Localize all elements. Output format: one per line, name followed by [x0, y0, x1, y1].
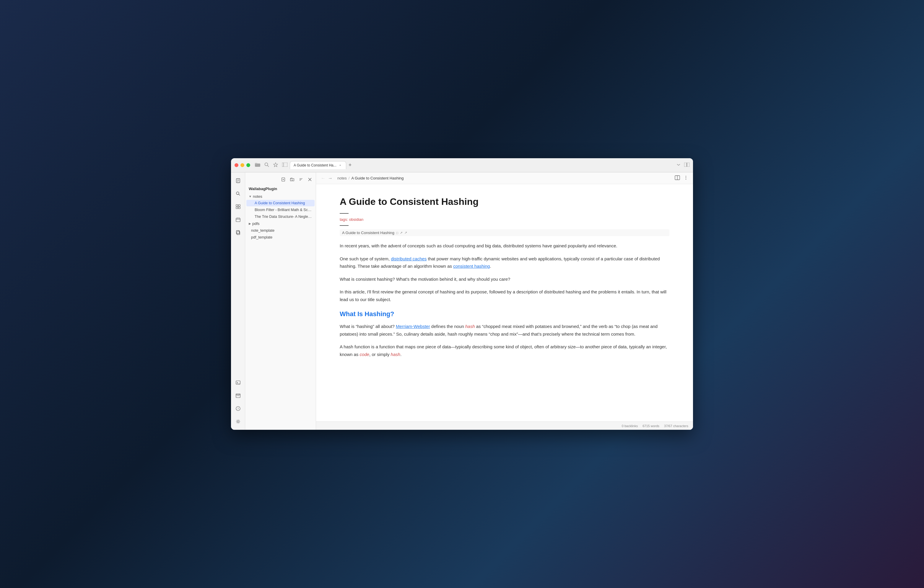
tree-item-guide-hashing[interactable]: A Guide to Consistent Hashing — [246, 200, 315, 206]
content-pane: ← → notes / A Guide to Consistent Hashin… — [316, 172, 693, 430]
link-square-icon[interactable]: □ — [396, 231, 398, 235]
sidebar-icon-grid[interactable] — [233, 201, 243, 212]
window-controls — [234, 163, 250, 167]
tab-label: A Guide to Consistent Ha... — [294, 163, 337, 167]
article-body: In recent years, with the advent of conc… — [340, 242, 669, 358]
new-folder-icon[interactable] — [289, 176, 296, 183]
more-icon[interactable] — [683, 175, 688, 181]
svg-line-14 — [239, 194, 240, 195]
file-tree-header — [245, 175, 316, 185]
distributed-caches-link[interactable]: distributed caches — [391, 256, 427, 261]
p2-text-3: . — [490, 264, 491, 268]
backlinks-count: 0 backlinks — [622, 424, 638, 428]
svg-point-32 — [237, 421, 239, 422]
file-tree: WallabagPlugin ▼ notes A Guide to Consis… — [245, 172, 316, 430]
svg-point-13 — [236, 192, 239, 194]
section-paragraph-1: What is “hashing” all about? Merriam-Web… — [340, 323, 669, 338]
tree-group-pdfs: ▶ pdfs — [245, 221, 316, 227]
minimize-button[interactable] — [241, 163, 244, 167]
article-link-line: A Guide to Consistent Hashing □ ➚ ↗ — [340, 229, 669, 236]
sidebar-icon-help[interactable]: ? — [233, 403, 243, 414]
content-header-right — [675, 175, 688, 181]
reader-icon[interactable] — [675, 175, 680, 181]
app-window: A Guide to Consistent Ha... × + — [231, 158, 693, 430]
main-area: ? WallabagPlugin — [231, 172, 693, 430]
sp2-text-2: , or simply — [369, 352, 391, 357]
status-bar: 0 backlinks 6715 words 37/67 characters — [316, 422, 693, 430]
paragraph-3: What is consistent hashing? What's the m… — [340, 275, 669, 283]
sidebar-icon-calendar[interactable] — [233, 214, 243, 225]
tree-group-notes: ▼ notes A Guide to Consistent Hashing Bl… — [245, 193, 316, 220]
tree-item-note-template[interactable]: note_template — [246, 227, 315, 234]
tags-line: tags: obsidian — [340, 217, 669, 222]
sidebar-icon-terminal[interactable] — [233, 377, 243, 388]
tags-value: obsidian — [349, 217, 363, 222]
back-button[interactable]: ← — [321, 176, 325, 181]
svg-rect-19 — [236, 218, 240, 222]
consistent-hashing-link[interactable]: consistent hashing — [453, 264, 490, 268]
chevron-down-icon[interactable] — [676, 163, 681, 168]
article-scroll[interactable]: A Guide to Consistent Hashing tags: obsi… — [316, 184, 693, 422]
svg-point-2 — [265, 163, 268, 166]
title-bar-icons — [255, 162, 287, 168]
content-header: ← → notes / A Guide to Consistent Hashin… — [316, 172, 693, 184]
svg-rect-7 — [684, 163, 686, 167]
svg-rect-1 — [255, 163, 257, 164]
breadcrumb-root: notes — [337, 176, 347, 180]
svg-point-47 — [686, 179, 686, 179]
columns-icon[interactable] — [684, 163, 690, 168]
svg-rect-15 — [236, 204, 238, 206]
tags-key: tags: — [340, 217, 348, 222]
svg-rect-18 — [238, 207, 240, 209]
code-italic-link[interactable]: code — [360, 352, 370, 357]
tree-item-pdf-template[interactable]: pdf_template — [246, 234, 315, 240]
sp1-text-2: defines the noun — [430, 324, 465, 329]
active-tab[interactable]: A Guide to Consistent Ha... × — [290, 161, 346, 169]
section-paragraph-2: A hash function is a function that maps … — [340, 343, 669, 358]
title-bar: A Guide to Consistent Ha... × + — [231, 158, 693, 172]
article-link-text: A Guide to Consistent Hashing — [342, 231, 394, 235]
close-pane-icon[interactable] — [306, 176, 314, 183]
tab-close-button[interactable]: × — [338, 163, 342, 167]
tree-item-trie[interactable]: The Trie Data Structure- A Neglected... — [246, 213, 315, 220]
sidebar-icons: ? — [231, 172, 245, 430]
svg-rect-17 — [236, 207, 238, 209]
merriam-webster-link[interactable]: Merriam-Webster — [396, 324, 430, 329]
svg-line-3 — [267, 165, 269, 167]
maximize-button[interactable] — [246, 163, 250, 167]
section-title-hashing: What Is Hashing? — [340, 310, 669, 318]
sp1-text-1: What is “hashing” all about? — [340, 324, 396, 329]
folder-icon[interactable] — [255, 162, 260, 168]
paragraph-1: In recent years, with the advent of conc… — [340, 242, 669, 250]
title-bar-right — [676, 163, 690, 168]
sidebar-icon-settings[interactable] — [233, 416, 243, 427]
tab-area: A Guide to Consistent Ha... × + — [287, 161, 676, 169]
sidebar-icon[interactable] — [282, 163, 287, 168]
close-button[interactable] — [234, 163, 238, 167]
sidebar-icon-search[interactable] — [233, 188, 243, 199]
new-note-icon[interactable] — [280, 176, 287, 183]
tree-item-bloom-filter[interactable]: Bloom Filter - Brilliant Math & Scienc..… — [246, 207, 315, 213]
link-external-icon[interactable]: ➚ — [400, 231, 403, 235]
char-count: 37/67 characters — [664, 424, 688, 428]
svg-rect-5 — [282, 163, 287, 167]
article-divider-top — [340, 213, 348, 214]
hash-italic-link-2[interactable]: hash — [391, 352, 401, 357]
plugin-name: WallabagPlugin — [245, 185, 316, 193]
nav-arrows: ← → — [321, 176, 333, 181]
sidebar-icon-copy[interactable] — [233, 227, 243, 238]
tree-group-notes-header[interactable]: ▼ notes — [245, 193, 316, 199]
sort-icon[interactable] — [297, 176, 305, 183]
search-icon[interactable] — [264, 162, 269, 168]
breadcrumb-separator: / — [348, 176, 350, 180]
forward-button[interactable]: → — [328, 176, 333, 181]
star-icon[interactable] — [273, 162, 278, 168]
hash-italic-link-1[interactable]: hash — [465, 324, 475, 329]
link-external2-icon[interactable]: ↗ — [404, 231, 407, 235]
sidebar-icon-archive[interactable] — [233, 390, 243, 401]
sidebar-icon-files[interactable] — [233, 175, 243, 186]
breadcrumb-current: A Guide to Consistent Hashing — [351, 176, 404, 180]
new-tab-button[interactable]: + — [346, 162, 354, 168]
chevron-down-icon: ▼ — [249, 195, 252, 198]
tree-group-pdfs-header[interactable]: ▶ pdfs — [245, 221, 316, 227]
